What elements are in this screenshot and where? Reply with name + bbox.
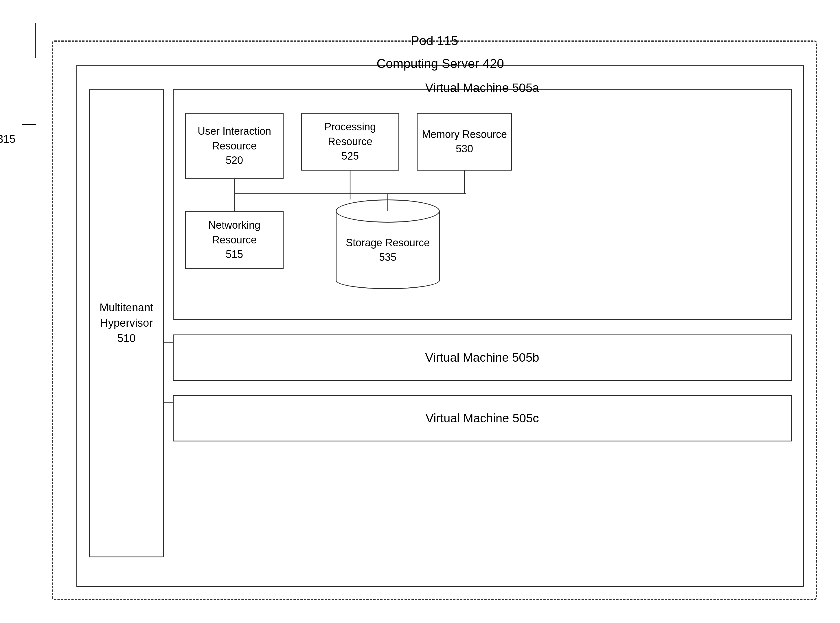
networking-resource-box: Networking Resource515: [185, 211, 283, 269]
memory-resource-label: Memory Resource530: [422, 127, 507, 157]
vm-505b-label: Virtual Machine 505b: [425, 351, 539, 365]
vm-505a-box: Virtual Machine 505a User InteractionRes…: [173, 89, 792, 320]
hypervisor-label: MultitenantHypervisor510: [100, 300, 153, 346]
vm-505a-label: Virtual Machine 505a: [425, 81, 539, 95]
ref-315-label: 315: [0, 133, 15, 146]
computing-server-label: Computing Server 420: [377, 56, 504, 71]
pod-box: Pod 115 Computing Server 420 Multitenant…: [52, 40, 817, 600]
connector-vm505c: [164, 402, 173, 403]
bracket-line: [22, 124, 22, 176]
vm-505b-box: Virtual Machine 505b: [173, 335, 792, 381]
user-interaction-resource-label: User InteractionResource520: [198, 124, 271, 168]
user-interaction-resource-box: User InteractionResource520: [185, 113, 283, 179]
storage-resource-label: Storage Resource535: [346, 236, 430, 265]
bracket-top: [22, 124, 36, 125]
memory-resource-box: Memory Resource530: [417, 113, 512, 170]
processing-resource-label: Processing Resource525: [302, 120, 398, 163]
ref-line: [35, 23, 35, 58]
diagram-container: 315 Pod 115 Computing Server 420 Multite…: [35, 23, 817, 600]
bracket-bottom: [22, 176, 36, 176]
hypervisor-box: MultitenantHypervisor510: [89, 89, 164, 557]
computing-server-box: Computing Server 420 MultitenantHypervis…: [76, 65, 804, 587]
networking-resource-label: Networking Resource515: [186, 218, 283, 262]
processing-resource-box: Processing Resource525: [301, 113, 399, 170]
vm-505c-box: Virtual Machine 505c: [173, 395, 792, 442]
connector-vm505b: [164, 342, 173, 342]
vm-505c-label: Virtual Machine 505c: [426, 411, 539, 425]
cylinder-top: [335, 199, 440, 222]
pod-label: Pod 115: [411, 34, 458, 48]
storage-resource-cylinder: Storage Resource535: [335, 199, 440, 289]
